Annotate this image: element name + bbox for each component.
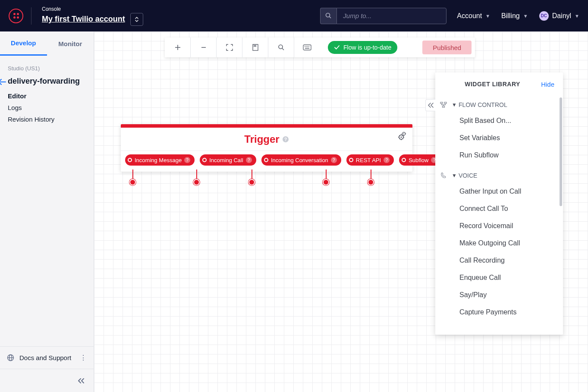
help-icon: ? <box>331 157 337 163</box>
search-input[interactable] <box>336 8 447 24</box>
status-text: Flow is up-to-date <box>343 44 391 51</box>
section-label: VOICE <box>459 172 478 179</box>
studio-region-label: Studio (US1) <box>8 65 86 72</box>
widget-call-recording[interactable]: Call Recording <box>435 252 560 269</box>
sidebar-collapse-button[interactable] <box>0 369 94 392</box>
trigger-color-bar <box>121 124 412 128</box>
more-icon[interactable]: ⋮ <box>80 354 87 362</box>
widget-run-subflow[interactable]: Run Subflow <box>435 147 560 164</box>
back-arrow-icon[interactable] <box>0 79 6 85</box>
svg-rect-11 <box>303 45 311 50</box>
widget-connect-call-to[interactable]: Connect Call To <box>435 200 560 217</box>
trigger-incoming-message[interactable]: Incoming Message? <box>125 154 195 166</box>
connector-line[interactable] <box>326 169 327 182</box>
svg-rect-16 <box>305 48 309 49</box>
help-icon: ? <box>384 157 390 163</box>
help-icon[interactable]: ? <box>282 136 289 143</box>
nav-user[interactable]: DC Dainyl ▼ <box>539 11 579 21</box>
section-label: FLOW CONTROL <box>459 101 507 108</box>
svg-rect-37 <box>443 106 445 107</box>
svg-text:?: ? <box>284 137 287 142</box>
widget-gather-input-on-call[interactable]: Gather Input on Call <box>435 183 560 200</box>
docs-support-link[interactable]: Docs and Support <box>7 354 71 361</box>
checkmark-icon <box>334 44 340 50</box>
widget-split-based-on[interactable]: Split Based On... <box>435 112 560 129</box>
svg-line-25 <box>399 135 400 136</box>
triangle-down-icon: ▼ <box>452 102 457 108</box>
flow-status: Flow is up-to-date <box>320 38 405 57</box>
avatar: DC <box>539 11 549 21</box>
trigger-incoming-conversation[interactable]: Incoming Conversation? <box>261 154 341 166</box>
sidebar-link-logs[interactable]: Logs <box>8 104 86 111</box>
search-icon[interactable] <box>320 8 336 24</box>
widget-section-voice[interactable]: ▼ VOICE <box>435 168 560 183</box>
widget-enqueue-call[interactable]: Enqueue Call <box>435 269 560 286</box>
console-label: Console <box>42 6 143 12</box>
save-view-button[interactable] <box>242 38 268 57</box>
connector-endpoint[interactable] <box>248 179 255 185</box>
svg-point-0 <box>326 13 330 17</box>
publish-container: Published <box>422 38 475 57</box>
top-navbar: Console My first Twilio account Account … <box>0 0 588 31</box>
connector-endpoint[interactable] <box>129 179 136 185</box>
docs-label: Docs and Support <box>19 354 71 361</box>
svg-point-13 <box>306 46 307 47</box>
publish-button[interactable]: Published <box>422 41 472 54</box>
connector-endpoint[interactable] <box>323 179 329 185</box>
zoom-in-button[interactable] <box>165 38 191 57</box>
chevron-down-icon: ▼ <box>523 13 528 19</box>
svg-rect-36 <box>444 102 447 103</box>
sidebar: Develop Monitor Studio (US1) delivery-fo… <box>0 31 94 392</box>
trigger-incoming-call[interactable]: Incoming Call? <box>200 154 256 166</box>
sidebar-link-revision-history[interactable]: Revision History <box>8 116 86 123</box>
trigger-rest-api[interactable]: REST API? <box>346 154 394 166</box>
sidebar-link-editor[interactable]: Editor <box>8 92 86 100</box>
widget-set-variables[interactable]: Set Variables <box>435 129 560 147</box>
widget-record-voicemail[interactable]: Record Voicemail <box>435 217 560 235</box>
keyboard-shortcuts-button[interactable] <box>294 38 320 57</box>
user-name: Dainyl <box>552 12 571 20</box>
trigger-widget[interactable]: Trigger ? Incoming Message? Incoming Cal… <box>121 124 412 172</box>
tab-develop[interactable]: Develop <box>0 31 47 56</box>
search-canvas-button[interactable] <box>268 38 294 57</box>
account-switcher[interactable] <box>130 13 143 26</box>
account-name[interactable]: My first Twilio account <box>42 15 125 24</box>
widget-capture-payments[interactable]: Capture Payments <box>435 304 560 321</box>
svg-point-14 <box>307 46 308 47</box>
scrollbar-thumb[interactable] <box>560 97 562 206</box>
sidebar-tabs: Develop Monitor <box>0 31 94 56</box>
chevron-down-icon: ▼ <box>485 13 490 19</box>
svg-line-26 <box>402 138 403 139</box>
zoom-out-button[interactable] <box>191 38 217 57</box>
flow-control-icon <box>440 101 447 109</box>
gear-icon[interactable] <box>397 132 407 141</box>
connector-line[interactable] <box>196 169 197 182</box>
connector-line[interactable] <box>132 169 133 182</box>
fit-screen-button[interactable] <box>217 38 242 57</box>
connector-line[interactable] <box>371 169 371 182</box>
divider <box>31 7 31 25</box>
connector-line[interactable] <box>252 169 252 182</box>
nav-billing[interactable]: Billing ▼ <box>501 12 528 20</box>
connector-endpoint[interactable] <box>193 179 200 185</box>
widget-library-hide-button[interactable]: Hide <box>541 81 554 88</box>
tab-monitor[interactable]: Monitor <box>47 31 94 56</box>
widget-make-outgoing-call[interactable]: Make Outgoing Call <box>435 235 560 252</box>
svg-rect-35 <box>440 102 443 103</box>
chevron-down-icon: ▼ <box>575 13 579 19</box>
widget-say-play[interactable]: Say/Play <box>435 286 560 304</box>
flow-canvas[interactable]: Flow is up-to-date Published Trigger ? <box>94 31 588 392</box>
widget-library-collapse-button[interactable] <box>425 99 435 111</box>
svg-point-30 <box>403 133 404 134</box>
widget-section-flow-control[interactable]: ▼ FLOW CONTROL <box>435 97 560 112</box>
flow-title[interactable]: delivery-forwarding <box>8 77 80 86</box>
triangle-down-icon: ▼ <box>452 172 457 179</box>
nav-billing-label: Billing <box>501 12 520 20</box>
canvas-toolbar: Flow is up-to-date Published <box>165 38 475 57</box>
connector-endpoint[interactable] <box>368 179 374 185</box>
help-icon: ? <box>246 157 252 163</box>
twilio-logo[interactable] <box>9 9 23 23</box>
svg-point-15 <box>308 46 309 47</box>
nav-account[interactable]: Account ▼ <box>457 12 490 20</box>
trigger-title: Trigger <box>244 133 279 145</box>
